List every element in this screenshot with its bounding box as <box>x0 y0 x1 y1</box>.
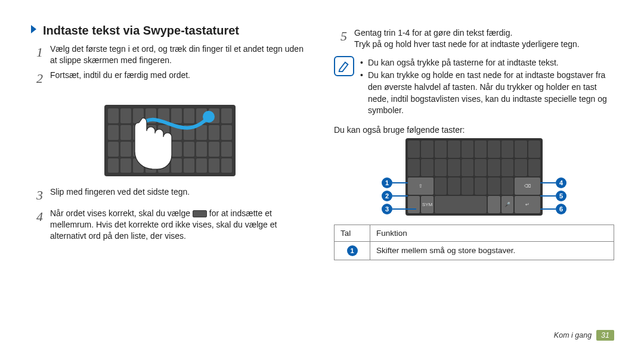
step-text: Slip med fingeren ved det sidste tegn. <box>50 186 310 204</box>
page-footer: Kom i gang 31 <box>554 330 614 341</box>
col-header-function: Funktion <box>370 225 614 241</box>
step-number: 5 <box>334 27 347 50</box>
callout-4: 4 <box>556 177 566 188</box>
function-table: Tal Funktion 1 Skifter mellem små og sto… <box>334 225 614 260</box>
step-4: 4 Når ordet vises korrekt, skal du vælge… <box>30 208 310 242</box>
step-text: Vælg det første tegn i et ord, og træk d… <box>50 43 310 66</box>
swype-illustration <box>30 93 310 178</box>
enter-key: ↵ <box>515 196 540 213</box>
step-text: Når ordet vises korrekt, skal du vælge f… <box>50 208 310 242</box>
note-icon <box>334 56 354 76</box>
callout-1: 1 <box>382 177 392 188</box>
mic-key: 🎤 <box>501 196 513 213</box>
section-heading: Indtaste tekst via Swype-tastaturet <box>30 24 310 38</box>
col-header-number: Tal <box>335 225 370 241</box>
row-desc: Skifter mellem små og store bogstaver. <box>370 241 614 260</box>
heading-text: Indtaste tekst via Swype-tastaturet <box>43 24 239 38</box>
step-number: 4 <box>30 208 43 242</box>
step-number: 1 <box>30 43 43 66</box>
also-use-text: Du kan også bruge følgende taster: <box>334 125 614 135</box>
svg-point-0 <box>203 111 215 123</box>
step-text: Fortsæt, indtil du er færdig med ordet. <box>50 70 310 88</box>
callout-5: 5 <box>556 191 566 201</box>
footer-section: Kom i gang <box>554 331 592 339</box>
step-5: 5 Gentag trin 1-4 for at gøre din tekst … <box>334 27 614 50</box>
footer-page-number: 31 <box>596 330 614 341</box>
swype-trail-icon <box>104 93 236 176</box>
row-number: 1 <box>347 245 358 256</box>
callout-2: 2 <box>382 191 392 201</box>
backspace-key: ⌫ <box>515 177 540 195</box>
tip-line-2: Du kan trykke og holde en tast nede for … <box>368 70 614 116</box>
swype-key <box>408 196 420 213</box>
step-number: 2 <box>30 70 43 88</box>
sym-key: SYM <box>421 196 433 213</box>
keyboard-graphic: ⇧ ⌫ SYM 🎤 ↵ <box>405 138 543 216</box>
emoji-key <box>488 196 500 213</box>
bullet-icon: • <box>360 57 363 69</box>
step5-line2: Tryk på og hold hver tast nede for at in… <box>354 39 614 50</box>
bullet-icon: • <box>360 70 363 116</box>
spacebar-icon <box>193 210 207 217</box>
space-key <box>435 196 487 213</box>
table-row: 1 Skifter mellem små og store bogstaver. <box>335 241 614 260</box>
shift-key: ⇧ <box>408 177 434 195</box>
annotated-keyboard: ⇧ ⌫ SYM 🎤 ↵ 1 2 3 <box>334 138 614 217</box>
step-2: 2 Fortsæt, indtil du er færdig med ordet… <box>30 70 310 88</box>
step4-before: Når ordet vises korrekt, skal du vælge <box>50 208 190 218</box>
step5-line1: Gentag trin 1-4 for at gøre din tekst fæ… <box>354 27 614 39</box>
callout-6: 6 <box>556 204 566 214</box>
tip-text: • Du kan også trykke på tasterne for at … <box>360 56 614 117</box>
tip-box: • Du kan også trykke på tasterne for at … <box>334 56 614 117</box>
callout-3: 3 <box>382 204 392 214</box>
chevron-right-icon <box>30 24 38 38</box>
step-number: 3 <box>30 186 43 204</box>
step-1: 1 Vælg det første tegn i et ord, og træk… <box>30 43 310 66</box>
tip-line-1: Du kan også trykke på tasterne for at in… <box>368 57 559 69</box>
step-3: 3 Slip med fingeren ved det sidste tegn. <box>30 186 310 204</box>
step-text: Gentag trin 1-4 for at gøre din tekst fæ… <box>354 27 614 50</box>
